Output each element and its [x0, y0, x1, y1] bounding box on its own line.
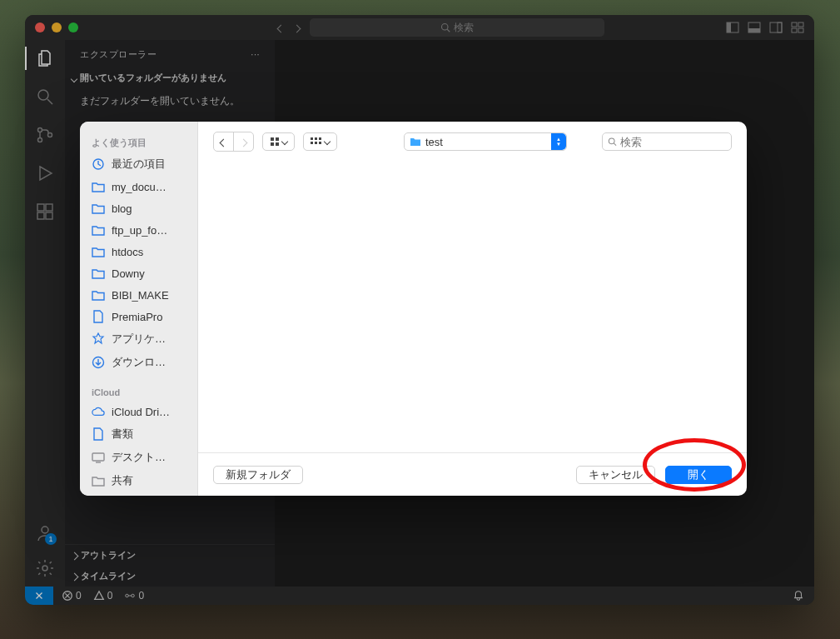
forward-button[interactable] — [233, 132, 253, 151]
favorite-item[interactable]: ダウンロ… — [80, 351, 197, 374]
dialog-footer: 新規フォルダ キャンセル 開く — [198, 452, 747, 496]
favorite-item[interactable]: アプリケ… — [80, 327, 197, 351]
toggle-panel-icon[interactable] — [748, 21, 761, 34]
extensions-tab[interactable] — [35, 202, 55, 222]
timeline-section[interactable]: タイムライン — [65, 566, 275, 587]
nav-arrows — [278, 20, 300, 35]
favorite-label: htdocs — [112, 246, 143, 258]
notifications-button[interactable] — [793, 590, 804, 602]
svg-point-21 — [42, 527, 48, 533]
svg-rect-42 — [319, 142, 321, 144]
cloud-icon — [92, 405, 105, 418]
cancel-button[interactable]: キャンセル — [576, 466, 655, 484]
dialog-search[interactable] — [602, 132, 732, 151]
search-icon — [440, 22, 450, 32]
favorite-label: 最近の項目 — [112, 157, 166, 172]
status-problems[interactable]: 0 0 0 — [62, 590, 144, 602]
dialog-search-input[interactable] — [620, 136, 726, 148]
toggle-secondary-sidebar-icon[interactable] — [769, 21, 783, 34]
gear-icon — [35, 558, 55, 578]
open-button[interactable]: 開く — [665, 466, 732, 484]
run-debug-tab[interactable] — [35, 163, 55, 183]
icloud-item[interactable]: 共有 — [80, 469, 197, 492]
title-bar: 検索 — [25, 15, 814, 40]
svg-rect-31 — [92, 453, 104, 461]
chevron-right-icon — [72, 551, 77, 561]
svg-line-1 — [447, 29, 450, 32]
svg-rect-20 — [46, 204, 52, 211]
nav-forward-button[interactable] — [294, 20, 300, 35]
svg-point-27 — [132, 594, 135, 597]
icloud-item[interactable]: デスクト… — [80, 446, 197, 469]
explorer-more-icon[interactable]: ··· — [251, 49, 260, 59]
no-folder-message: まだフォルダーを開いていません。 — [80, 95, 240, 107]
traffic-lights — [35, 22, 78, 32]
shared-icon — [92, 474, 105, 487]
settings-button[interactable] — [35, 558, 55, 578]
svg-rect-17 — [37, 204, 44, 211]
svg-rect-8 — [792, 22, 797, 27]
toggle-primary-sidebar-icon[interactable] — [726, 21, 739, 34]
favorite-item[interactable]: BIBI_MAKE — [80, 284, 197, 306]
app-icon — [92, 332, 105, 346]
icloud-item[interactable]: iCloud Dri… — [80, 401, 197, 422]
dialog-content[interactable] — [198, 162, 747, 452]
back-button[interactable] — [214, 132, 233, 151]
customize-layout-icon[interactable] — [791, 21, 804, 34]
command-search[interactable]: 検索 — [310, 18, 604, 37]
svg-rect-37 — [311, 137, 313, 140]
favorite-item[interactable]: 最近の項目 — [80, 152, 197, 176]
folder-icon — [92, 180, 105, 193]
remote-button[interactable] — [25, 587, 53, 605]
favorite-item[interactable]: my_docu… — [80, 176, 197, 197]
icloud-item[interactable]: 書類 — [80, 422, 197, 446]
icon-view-button[interactable] — [262, 132, 295, 151]
svg-rect-34 — [276, 137, 279, 141]
error-count: 0 — [76, 590, 82, 602]
close-window-button[interactable] — [35, 22, 45, 32]
chevron-right-icon — [72, 572, 77, 582]
play-icon — [35, 163, 55, 183]
favorite-label: blog — [112, 202, 132, 215]
no-folder-section[interactable]: 開いているフォルダーがありません — [65, 68, 275, 87]
search-icon — [35, 87, 55, 107]
icloud-header: iCloud — [80, 384, 197, 401]
svg-point-0 — [442, 24, 449, 31]
group-button[interactable] — [303, 132, 337, 151]
accounts-button[interactable]: 1 — [35, 523, 55, 543]
minimize-window-button[interactable] — [52, 22, 62, 32]
new-folder-button[interactable]: 新規フォルダ — [213, 466, 303, 484]
folder-icon — [92, 288, 105, 302]
favorite-label: ftp_up_fo… — [112, 224, 167, 237]
no-folder-label: 開いているフォルダーがありません — [80, 72, 226, 84]
folder-icon — [92, 267, 105, 280]
explorer-body: まだフォルダーを開いていません。 — [65, 87, 275, 115]
explorer-header: エクスプローラー ··· — [65, 40, 275, 68]
dialog-sidebar[interactable]: よく使う項目 最近の項目my_docu…blogftp_up_fo…htdocs… — [80, 122, 198, 496]
zoom-window-button[interactable] — [68, 22, 78, 32]
favorite-item[interactable]: htdocs — [80, 241, 197, 262]
download-icon — [92, 356, 105, 369]
favorite-label: PremiaPro — [112, 311, 162, 323]
favorite-item[interactable]: PremiaPro — [80, 306, 197, 327]
favorite-item[interactable]: Downy — [80, 262, 197, 284]
explorer-tab[interactable] — [35, 48, 55, 68]
svg-rect-41 — [315, 142, 317, 144]
svg-point-43 — [609, 138, 614, 144]
svg-rect-18 — [37, 212, 44, 219]
favorite-item[interactable]: blog — [80, 197, 197, 219]
source-control-tab[interactable] — [35, 125, 55, 145]
svg-rect-7 — [778, 22, 782, 32]
svg-point-16 — [48, 133, 52, 137]
favorite-item[interactable]: ftp_up_fo… — [80, 219, 197, 241]
svg-rect-39 — [319, 137, 321, 140]
remote-icon — [33, 590, 45, 602]
svg-point-14 — [38, 128, 42, 132]
search-tab[interactable] — [35, 87, 55, 107]
svg-line-13 — [47, 99, 52, 104]
nav-group — [213, 132, 254, 152]
svg-rect-11 — [798, 28, 803, 32]
outline-section[interactable]: アウトライン — [65, 545, 275, 566]
path-selector[interactable]: test ▲▼ — [404, 132, 567, 151]
nav-back-button[interactable] — [278, 20, 284, 35]
